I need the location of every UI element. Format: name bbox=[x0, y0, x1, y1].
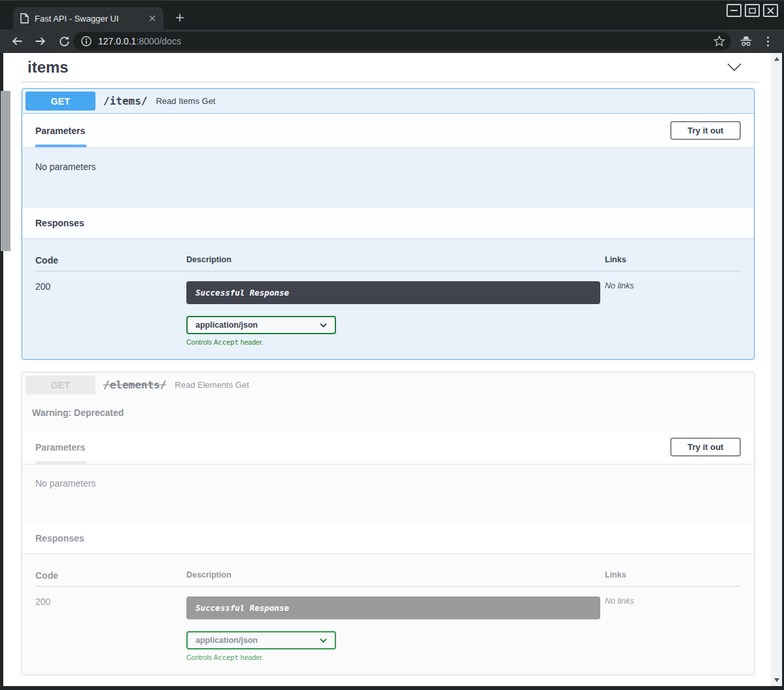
media-type-value: application/json bbox=[196, 636, 258, 645]
deprecated-warning: Warning: Deprecated bbox=[22, 397, 754, 430]
maximize-button[interactable] bbox=[745, 4, 760, 17]
incognito-icon bbox=[738, 34, 754, 48]
scrollbar-thumb[interactable] bbox=[1, 91, 10, 251]
tab-parameters[interactable]: Parameters bbox=[35, 114, 85, 147]
response-row: 200 Successful Response application/json… bbox=[35, 271, 741, 346]
opblock-get-items: GET /items/ Read Items Get Parameters Tr… bbox=[22, 88, 755, 360]
address-bar[interactable]: 127.0.0.1:8000/docs bbox=[73, 32, 731, 50]
column-header-description: Description bbox=[186, 570, 605, 581]
response-description-cell: Successful Response application/json Con… bbox=[186, 596, 605, 661]
response-row: 200 Successful Response application/json… bbox=[35, 587, 741, 661]
try-it-out-button[interactable]: Try it out bbox=[670, 121, 741, 140]
browser-menu-icon[interactable] bbox=[762, 34, 773, 48]
responses-table: Code Description Links 200 Successful Re… bbox=[22, 238, 754, 359]
column-header-code: Code bbox=[35, 255, 186, 266]
method-badge: GET bbox=[26, 375, 95, 394]
tab-title: Fast API - Swagger UI bbox=[35, 14, 146, 24]
scrollbar[interactable] bbox=[771, 53, 782, 686]
responses-table: Code Description Links 200 Successful Re… bbox=[22, 553, 754, 674]
responses-header: Responses bbox=[22, 523, 754, 553]
browser-tab[interactable]: Fast API - Swagger UI bbox=[13, 7, 163, 29]
opblock-get-elements-deprecated: GET /elements/ Read Elements Get Warning… bbox=[22, 372, 755, 675]
response-links: No links bbox=[605, 596, 741, 661]
forward-button[interactable] bbox=[33, 33, 48, 49]
browser-titlebar: Fast API - Swagger UI bbox=[0, 1, 784, 29]
response-code: 200 bbox=[35, 596, 186, 661]
media-type-select[interactable]: application/json bbox=[186, 631, 336, 649]
parameters-label: Parameters bbox=[35, 126, 85, 136]
response-code: 200 bbox=[35, 281, 186, 346]
parameters-body: No parameters bbox=[22, 464, 754, 523]
parameters-body: No parameters bbox=[22, 147, 754, 208]
scroll-up-icon[interactable] bbox=[771, 54, 782, 63]
tab-close-icon[interactable] bbox=[146, 12, 158, 24]
url-text[interactable]: 127.0.0.1:8000/docs bbox=[98, 36, 181, 46]
operation-summary[interactable]: GET /items/ Read Items Get bbox=[22, 89, 754, 114]
column-header-links: Links bbox=[605, 570, 741, 581]
response-description: Successful Response bbox=[186, 596, 600, 619]
response-description-cell: Successful Response application/json Con… bbox=[186, 281, 605, 346]
operation-summary-text: Read Items Get bbox=[156, 96, 215, 106]
media-type-value: application/json bbox=[196, 320, 258, 330]
minimize-button[interactable] bbox=[726, 4, 741, 17]
no-parameters-text: No parameters bbox=[35, 478, 96, 489]
parameters-header: Parameters Try it out bbox=[22, 114, 754, 147]
tab-parameters[interactable]: Parameters bbox=[35, 430, 85, 464]
responses-title: Responses bbox=[35, 533, 84, 543]
browser-window: Fast API - Swagger UI bbox=[0, 0, 784, 690]
no-parameters-text: No parameters bbox=[35, 162, 96, 172]
column-header-links: Links bbox=[605, 255, 741, 266]
site-info-icon[interactable] bbox=[81, 36, 92, 46]
scroll-down-icon[interactable] bbox=[771, 676, 782, 685]
new-tab-button[interactable] bbox=[171, 9, 188, 26]
responses-header: Responses bbox=[22, 208, 754, 238]
close-button[interactable] bbox=[763, 4, 778, 17]
operation-path: /items/ bbox=[103, 95, 147, 107]
accept-header-note: Controls Accept header. bbox=[186, 653, 605, 661]
swagger-page: items GET /items/ Read Items Get Paramet… bbox=[3, 53, 771, 686]
window-controls bbox=[726, 4, 778, 17]
tag-divider bbox=[22, 82, 758, 82]
back-button[interactable] bbox=[9, 33, 25, 49]
method-badge: GET bbox=[26, 92, 95, 111]
response-description: Successful Response bbox=[186, 281, 600, 304]
operation-summary[interactable]: GET /elements/ Read Elements Get bbox=[22, 373, 754, 397]
accept-header-note: Controls Accept header. bbox=[186, 338, 605, 346]
parameters-header: Parameters Try it out bbox=[22, 430, 754, 464]
responses-title: Responses bbox=[35, 218, 84, 228]
parameters-label: Parameters bbox=[35, 442, 85, 453]
column-header-description: Description bbox=[186, 255, 605, 266]
operation-summary-text: Read Elements Get bbox=[175, 380, 248, 390]
column-header-code: Code bbox=[35, 570, 186, 581]
browser-toolbar: 127.0.0.1:8000/docs bbox=[0, 29, 784, 53]
operation-path: /elements/ bbox=[103, 379, 166, 391]
tag-title: items bbox=[22, 58, 69, 77]
collapse-chevron-icon[interactable] bbox=[726, 63, 742, 72]
try-it-out-button[interactable]: Try it out bbox=[670, 438, 741, 457]
bookmark-star-icon[interactable] bbox=[713, 35, 726, 48]
response-links: No links bbox=[605, 281, 741, 346]
reload-button[interactable] bbox=[56, 33, 72, 49]
page-icon bbox=[20, 13, 29, 24]
media-type-select[interactable]: application/json bbox=[186, 316, 336, 334]
